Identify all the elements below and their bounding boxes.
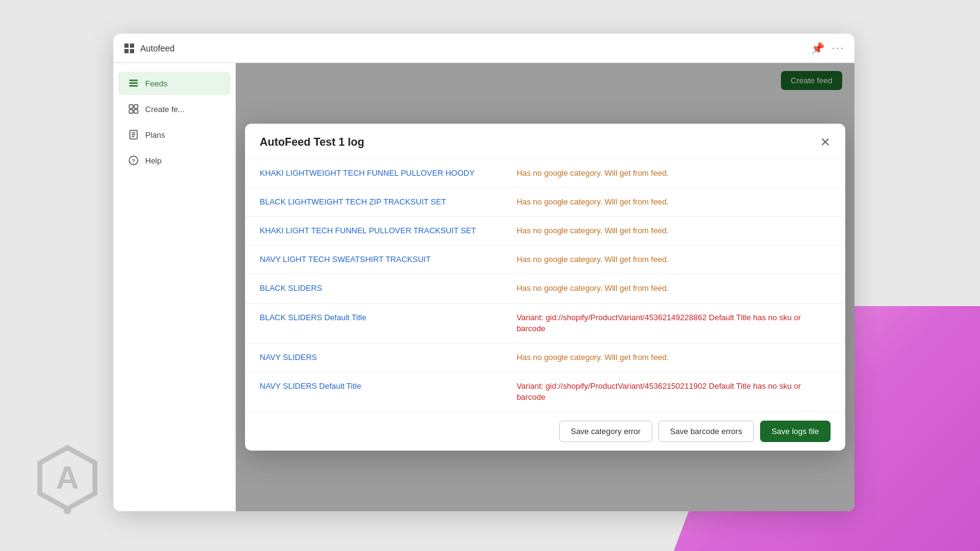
sidebar: Feeds Create fe... — [113, 63, 236, 511]
log-product-name-6[interactable]: NAVY SLIDERS — [260, 352, 516, 363]
help-icon: ? — [128, 155, 139, 166]
app-title: Autofeed — [140, 43, 811, 53]
log-message-1: Has no google category. Will get from fe… — [516, 197, 831, 208]
sidebar-feeds-label: Feeds — [145, 79, 167, 88]
feeds-icon — [128, 78, 139, 89]
log-product-name-1[interactable]: BLACK LIGHTWEIGHT TECH ZIP TRACKSUIT SET — [260, 197, 516, 208]
log-item-3: NAVY LIGHT TECH SWEATSHIRT TRACKSUITHas … — [245, 246, 845, 274]
svg-rect-11 — [134, 105, 138, 108]
log-product-name-5[interactable]: BLACK SLIDERS Default Title — [260, 312, 516, 323]
modal-header: AutoFeed Test 1 log ✕ — [245, 124, 845, 159]
log-item-7: NAVY SLIDERS Default TitleVariant: gid:/… — [245, 372, 845, 411]
plans-icon — [128, 129, 139, 140]
title-bar: Autofeed 📌 ··· — [113, 34, 854, 63]
log-product-name-7[interactable]: NAVY SLIDERS Default Title — [260, 381, 516, 392]
log-product-name-4[interactable]: BLACK SLIDERS — [260, 283, 516, 294]
modal-title: AutoFeed Test 1 log — [260, 136, 364, 149]
log-message-4: Has no google category. Will get from fe… — [516, 283, 831, 294]
save-logs-file-button[interactable]: Save logs file — [760, 421, 831, 442]
svg-rect-3 — [124, 43, 129, 48]
sidebar-item-feeds[interactable]: Feeds — [118, 72, 230, 95]
svg-rect-7 — [129, 80, 138, 81]
log-item-6: NAVY SLIDERSHas no google category. Will… — [245, 343, 845, 372]
svg-text:A: A — [56, 460, 79, 495]
more-options-icon[interactable]: ··· — [832, 42, 845, 54]
log-message-5: Variant: gid://shopify/ProductVariant/45… — [516, 312, 831, 334]
log-item-2: KHAKI LIGHT TECH FUNNEL PULLOVER TRACKSU… — [245, 217, 845, 246]
modal-body[interactable]: KHAKI LIGHTWEIGHT TECH FUNNEL PULLOVER H… — [245, 159, 845, 412]
log-product-name-0[interactable]: KHAKI LIGHTWEIGHT TECH FUNNEL PULLOVER H… — [260, 168, 516, 179]
svg-rect-6 — [130, 49, 134, 53]
sidebar-item-help[interactable]: ? Help — [118, 149, 230, 172]
log-message-7: Variant: gid://shopify/ProductVariant/45… — [516, 381, 831, 403]
svg-point-2 — [64, 507, 71, 514]
svg-rect-12 — [129, 110, 133, 113]
svg-rect-10 — [129, 105, 133, 108]
create-feed-icon — [128, 103, 139, 114]
save-barcode-errors-button[interactable]: Save barcode errors — [658, 421, 754, 442]
log-message-6: Has no google category. Will get from fe… — [516, 352, 831, 363]
log-item-5: BLACK SLIDERS Default TitleVariant: gid:… — [245, 304, 845, 343]
app-body: Feeds Create fe... — [113, 63, 854, 511]
log-modal: AutoFeed Test 1 log ✕ KHAKI LIGHTWEIGHT … — [245, 124, 845, 451]
log-message-3: Has no google category. Will get from fe… — [516, 254, 831, 265]
sidebar-item-plans[interactable]: Plans — [118, 123, 230, 146]
log-item-4: BLACK SLIDERSHas no google category. Wil… — [245, 274, 845, 303]
sidebar-item-create-feed[interactable]: Create fe... — [118, 97, 230, 121]
pin-icon[interactable]: 📌 — [811, 42, 824, 55]
log-message-0: Has no google category. Will get from fe… — [516, 168, 831, 179]
svg-rect-8 — [129, 83, 138, 84]
log-list: KHAKI LIGHTWEIGHT TECH FUNNEL PULLOVER H… — [245, 159, 845, 412]
log-message-2: Has no google category. Will get from fe… — [516, 225, 831, 236]
log-product-name-3[interactable]: NAVY LIGHT TECH SWEATSHIRT TRACKSUIT — [260, 254, 516, 265]
svg-text:?: ? — [132, 158, 135, 164]
log-product-name-2[interactable]: KHAKI LIGHT TECH FUNNEL PULLOVER TRACKSU… — [260, 225, 516, 236]
log-item-0: KHAKI LIGHTWEIGHT TECH FUNNEL PULLOVER H… — [245, 159, 845, 188]
save-category-error-button[interactable]: Save category error — [559, 421, 652, 442]
title-bar-actions: 📌 ··· — [811, 42, 845, 55]
svg-rect-4 — [130, 43, 134, 48]
main-content: Create feed ⇄ 🗑 Log AutoFeed Test 1 log … — [236, 63, 854, 511]
modal-footer: Save category error Save barcode errors … — [245, 411, 845, 451]
svg-rect-5 — [124, 49, 129, 53]
app-window: Autofeed 📌 ··· Feeds — [113, 34, 854, 511]
svg-rect-13 — [134, 110, 138, 113]
app-logo: A — [31, 444, 104, 520]
modal-overlay: AutoFeed Test 1 log ✕ KHAKI LIGHTWEIGHT … — [236, 63, 854, 511]
svg-rect-9 — [129, 85, 138, 87]
sidebar-create-label: Create fe... — [145, 105, 184, 114]
log-item-1: BLACK LIGHTWEIGHT TECH ZIP TRACKSUIT SET… — [245, 188, 845, 217]
sidebar-plans-label: Plans — [145, 130, 165, 140]
app-icon — [123, 42, 135, 54]
sidebar-help-label: Help — [145, 156, 162, 165]
modal-close-button[interactable]: ✕ — [820, 136, 831, 148]
